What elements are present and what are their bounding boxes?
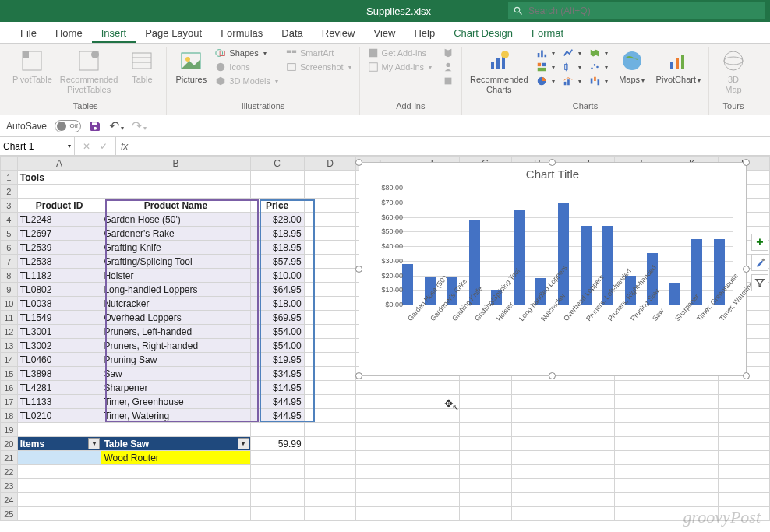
svg-point-11: [217, 63, 225, 72]
svg-rect-26: [537, 63, 540, 66]
get-addins-button[interactable]: Get Add-ins: [366, 47, 433, 59]
tab-formulas[interactable]: Formulas: [211, 23, 272, 43]
pivottable-button[interactable]: PivotTable: [11, 47, 54, 85]
chart-elements-button[interactable]: +: [751, 234, 768, 251]
redo-button[interactable]: ↷▾: [132, 118, 147, 133]
svg-rect-32: [563, 82, 566, 85]
svg-rect-25: [544, 55, 546, 58]
tab-view[interactable]: View: [364, 23, 404, 43]
resize-handle[interactable]: [549, 159, 556, 166]
smartart-button[interactable]: SmartArt: [284, 47, 353, 59]
svg-rect-28: [537, 68, 546, 71]
chart-object[interactable]: Chart Title Garden Hose (50')Gardener's …: [359, 162, 747, 376]
my-addins-button[interactable]: My Add-ins▾: [366, 61, 433, 73]
chart-side-buttons: +: [751, 234, 768, 291]
tab-file[interactable]: File: [11, 23, 46, 43]
formula-bar: ▾ ✕ ✓ fx: [0, 137, 770, 156]
group-label-illustrations: Illustrations: [242, 101, 285, 111]
pivotchart-button[interactable]: PivotChart▾: [655, 47, 702, 86]
tab-insert[interactable]: Insert: [92, 23, 136, 43]
pie-chart-button[interactable]: ▾: [535, 75, 556, 87]
tab-data[interactable]: Data: [272, 23, 312, 43]
svg-rect-16: [369, 63, 377, 72]
svg-rect-1: [23, 51, 29, 58]
chevron-down-icon[interactable]: ▾: [68, 143, 71, 150]
ribbon-group-tours: 3D Map Tours: [709, 47, 758, 115]
tab-review[interactable]: Review: [313, 23, 365, 43]
table-button[interactable]: Table: [124, 47, 160, 85]
fx-icon[interactable]: fx: [116, 137, 132, 155]
resize-handle[interactable]: [355, 266, 362, 273]
line-chart-button[interactable]: ▾: [561, 47, 583, 59]
resize-handle[interactable]: [355, 159, 362, 166]
combo-chart-button[interactable]: ▾: [561, 75, 583, 87]
chart-plot-area[interactable]: [394, 188, 733, 305]
tab-chart-design[interactable]: Chart Design: [444, 23, 522, 43]
search-box[interactable]: [508, 2, 765, 19]
maps-button[interactable]: Maps▾: [614, 47, 650, 86]
ribbon-tabs: File Home Insert Page Layout Formulas Da…: [0, 22, 770, 44]
shapes-button[interactable]: Shapes▾: [214, 47, 280, 59]
svg-rect-13: [292, 51, 296, 54]
recommended-pivottables-button[interactable]: Recommended PivotTables: [58, 47, 120, 95]
group-label-addins: Add-ins: [396, 101, 425, 111]
screenshot-button[interactable]: Screenshot▾: [284, 61, 353, 73]
hierarchy-chart-button[interactable]: ▾: [535, 61, 556, 73]
resize-handle[interactable]: [355, 372, 362, 379]
chart-bar[interactable]: [514, 210, 525, 305]
statistic-chart-button[interactable]: ▾: [561, 61, 583, 73]
tab-format[interactable]: Format: [522, 23, 573, 43]
autosave-toggle[interactable]: Off: [55, 120, 81, 132]
cancel-icon[interactable]: ✕: [83, 141, 90, 152]
chart-bar[interactable]: [402, 264, 413, 305]
svg-point-40: [623, 51, 641, 70]
name-box-input[interactable]: [3, 141, 58, 152]
ribbon: PivotTable Recommended PivotTables Table…: [0, 44, 770, 115]
search-icon: [513, 5, 524, 16]
map-chart-button[interactable]: ▾: [588, 47, 609, 59]
scatter-chart-button[interactable]: ▾: [588, 61, 609, 73]
window-filename: Supplies2.xlsx: [366, 5, 431, 17]
save-icon[interactable]: [89, 120, 101, 132]
3d-models-button[interactable]: 3D Models▾: [214, 75, 280, 87]
svg-rect-19: [491, 62, 494, 69]
tab-help[interactable]: Help: [404, 23, 444, 43]
column-chart-button[interactable]: ▾: [535, 47, 556, 59]
svg-point-35: [593, 64, 595, 66]
3d-map-button[interactable]: 3D Map: [715, 47, 751, 95]
group-label-charts: Charts: [573, 101, 598, 111]
title-bar: Supplies2.xlsx: [0, 0, 770, 22]
chart-bar[interactable]: [669, 283, 680, 305]
chart-styles-button[interactable]: [751, 254, 768, 271]
tab-page-layout[interactable]: Page Layout: [136, 23, 211, 43]
resize-handle[interactable]: [743, 266, 750, 273]
svg-point-22: [501, 51, 509, 58]
formula-input[interactable]: [132, 137, 770, 155]
resize-handle[interactable]: [743, 159, 750, 166]
undo-button[interactable]: ↶▾: [109, 118, 124, 133]
svg-rect-37: [590, 79, 592, 84]
resize-handle[interactable]: [549, 372, 556, 379]
group-label-tours: Tours: [723, 101, 744, 111]
svg-rect-14: [288, 64, 296, 71]
visio-button[interactable]: [441, 75, 455, 87]
bing-maps-button[interactable]: [441, 47, 455, 59]
name-box[interactable]: ▾: [0, 137, 75, 155]
icons-button[interactable]: Icons: [214, 61, 280, 73]
waterfall-chart-button[interactable]: ▾: [588, 75, 609, 87]
chart-title[interactable]: Chart Title: [359, 163, 746, 184]
pictures-button[interactable]: Pictures: [173, 47, 209, 85]
tab-home[interactable]: Home: [46, 23, 92, 43]
svg-point-3: [91, 51, 99, 58]
svg-rect-23: [537, 53, 539, 57]
worksheet-grid[interactable]: ABC DEF GHI JKL 1Tools23Product IDProduc…: [0, 156, 770, 521]
svg-rect-18: [445, 78, 452, 85]
enter-icon[interactable]: ✓: [100, 141, 108, 152]
search-input[interactable]: [528, 5, 761, 16]
chart-bar[interactable]: [558, 203, 569, 305]
chart-filters-button[interactable]: [751, 274, 768, 291]
resize-handle[interactable]: [743, 372, 750, 379]
ribbon-group-tables: PivotTable Recommended PivotTables Table…: [5, 47, 167, 115]
people-graph-button[interactable]: [441, 61, 455, 73]
recommended-charts-button[interactable]: Recommended Charts: [468, 47, 530, 95]
